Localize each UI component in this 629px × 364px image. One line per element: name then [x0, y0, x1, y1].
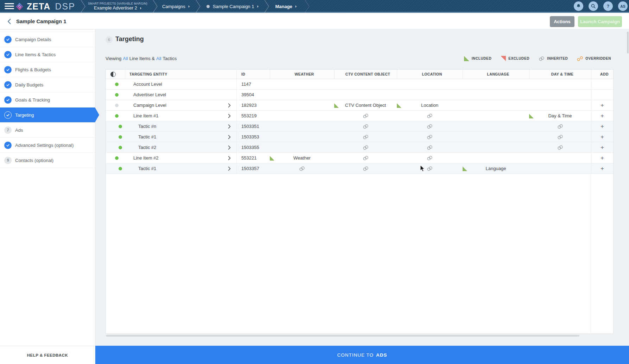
- add-targeting-button[interactable]: +: [601, 165, 604, 171]
- status-dot-icon: [115, 114, 119, 118]
- table-row[interactable]: Tactic #11503353+: [106, 132, 613, 142]
- daytime-targeting-cell: [529, 90, 591, 100]
- add-targeting-button[interactable]: +: [601, 113, 604, 119]
- chevron-right-icon: ›: [295, 4, 297, 9]
- expand-chevron-icon[interactable]: [228, 145, 231, 150]
- breadcrumb-advertiser[interactable]: SMART PROJECTS (VARIABLE MARGIN) Example…: [88, 2, 147, 11]
- back-button[interactable]: [6, 18, 13, 25]
- legend-label: OVERRIDDEN: [585, 57, 611, 60]
- daytime-targeting-cell: [529, 153, 591, 163]
- breadcrumb-campaign[interactable]: Sample Campaign 1›: [207, 4, 259, 9]
- table-row[interactable]: Tactic #n1503351+: [106, 121, 613, 132]
- sidebar-item-goals-tracking[interactable]: Goals & Tracking: [0, 92, 95, 108]
- zeta-diamond-icon: [15, 2, 24, 11]
- table-row[interactable]: Line Item #1553219Day & Time+: [106, 111, 613, 121]
- ctv-targeting-cell: [334, 132, 397, 142]
- actions-button[interactable]: Actions: [550, 16, 574, 27]
- included-triangle-icon: [270, 156, 274, 161]
- horizontal-scrollbar[interactable]: [106, 335, 579, 337]
- ctv-targeting-cell: CTV Content Object: [334, 100, 397, 110]
- weather-targeting-cell: [270, 121, 334, 131]
- sidebar-item-flights-budgets[interactable]: Flights & Budgets: [0, 62, 95, 77]
- included-targeting-label: CTV Content Object: [345, 103, 386, 108]
- excluded-triangle-icon: [501, 56, 506, 61]
- help-feedback-button[interactable]: HELP & FEEDBACK: [0, 346, 95, 364]
- ctv-targeting-cell: [334, 90, 397, 100]
- sidebar-item-label: Line Items & Tactics: [15, 52, 56, 57]
- location-targeting-cell: [397, 90, 463, 100]
- check-icon: [4, 36, 12, 43]
- column-header-LANGUAGE: LANGUAGE: [463, 70, 529, 79]
- chevron-right-icon: ›: [257, 4, 258, 9]
- targeting-entity-cell: Tactic #2: [125, 142, 236, 152]
- add-targeting-button[interactable]: +: [601, 144, 604, 150]
- all-tactics-link[interactable]: All: [156, 56, 161, 61]
- continue-to-ads-button[interactable]: CONTINUE TO ADS: [95, 346, 629, 364]
- chain-icon: [427, 156, 433, 161]
- notifications-button[interactable]: [574, 1, 583, 11]
- status-dot-icon: [119, 135, 122, 139]
- table-row[interactable]: Account Level1147: [106, 79, 613, 90]
- sidebar-item-campaign-details[interactable]: Campaign Details: [0, 32, 95, 47]
- add-targeting-button[interactable]: +: [601, 155, 604, 161]
- status-dot-icon: [207, 5, 210, 8]
- sidebar-item-line-items-tactics[interactable]: Line Items & Tactics: [0, 47, 95, 62]
- sidebar-item-daily-budgets[interactable]: Daily Budgets: [0, 77, 95, 92]
- expand-chevron-icon[interactable]: [228, 103, 231, 108]
- targeting-entity-cell: Line Item #2: [125, 153, 236, 163]
- chain-icon: [557, 124, 563, 129]
- add-targeting-button[interactable]: +: [601, 102, 604, 108]
- status-dot-icon: [115, 93, 119, 97]
- sidebar-item-ads[interactable]: 7Ads: [0, 123, 95, 138]
- targeting-entity-cell: Tactic #1: [125, 132, 236, 142]
- table-row[interactable]: Tactic #21503355+: [106, 142, 613, 153]
- check-icon: [4, 51, 12, 58]
- launch-campaign-button[interactable]: Launch Campaign: [578, 16, 622, 27]
- all-line-items-link[interactable]: All: [123, 56, 128, 61]
- table-row[interactable]: Campaign Level182923CTV Content ObjectLo…: [106, 100, 613, 111]
- entity-id-cell: 553221: [236, 153, 270, 163]
- table-row[interactable]: Line Item #2553221Weather+: [106, 153, 613, 163]
- location-targeting-cell: [397, 132, 463, 142]
- legend-included: INCLUDED: [464, 56, 491, 61]
- ctv-targeting-cell: [334, 111, 397, 121]
- avatar[interactable]: AS: [618, 1, 628, 11]
- breadcrumb: SMART PROJECTS (VARIABLE MARGIN) Example…: [80, 0, 310, 13]
- entity-id-cell: 553219: [236, 111, 270, 121]
- help-button[interactable]: ?: [603, 1, 613, 11]
- breadcrumb-campaigns[interactable]: Campaigns›: [162, 4, 190, 9]
- breadcrumb-manage[interactable]: Manage›: [275, 4, 296, 9]
- chain-icon: [363, 124, 369, 129]
- menu-icon[interactable]: [5, 3, 14, 9]
- vertical-scrollbar[interactable]: [627, 32, 629, 53]
- entity-label: Line Item #2: [133, 155, 159, 161]
- expand-chevron-icon[interactable]: [228, 114, 231, 118]
- check-icon: [4, 96, 12, 104]
- status-dot-icon: [119, 125, 122, 128]
- location-targeting-cell: [397, 111, 463, 121]
- row-status-cell: [106, 142, 125, 152]
- column-header-LOCATION: LOCATION: [397, 70, 463, 79]
- breadcrumb-separator: [304, 0, 310, 13]
- expand-chevron-icon[interactable]: [228, 124, 231, 129]
- sidebar-item-targeting[interactable]: Targeting: [0, 108, 95, 123]
- entity-id-cell: 182923: [236, 100, 270, 110]
- entity-label: Advertiser Level: [133, 92, 166, 97]
- expand-chevron-icon[interactable]: [228, 135, 231, 139]
- table-row[interactable]: Tactic #11503357Language+: [106, 163, 613, 174]
- table-row[interactable]: Advertiser Level39504: [106, 90, 613, 100]
- add-targeting-button[interactable]: +: [601, 123, 604, 129]
- sidebar-item-advanced-settings-optional[interactable]: Advanced Settings (optional): [0, 138, 95, 153]
- language-targeting-cell: [463, 90, 529, 100]
- expand-chevron-icon[interactable]: [228, 156, 231, 160]
- add-targeting-cell: +: [591, 153, 613, 163]
- breadcrumb-separator: [80, 0, 86, 13]
- expand-chevron-icon[interactable]: [228, 167, 231, 171]
- targeting-entity-cell: Line Item #1: [125, 111, 236, 121]
- add-targeting-button[interactable]: +: [601, 134, 604, 140]
- zeta-logo[interactable]: ZETA DSP: [15, 1, 75, 12]
- contrast-toggle-icon[interactable]: [110, 72, 116, 77]
- sidebar-item-contacts-optional[interactable]: 9Contacts (optional): [0, 153, 95, 168]
- bell-icon: [576, 4, 581, 9]
- search-button[interactable]: [589, 1, 598, 11]
